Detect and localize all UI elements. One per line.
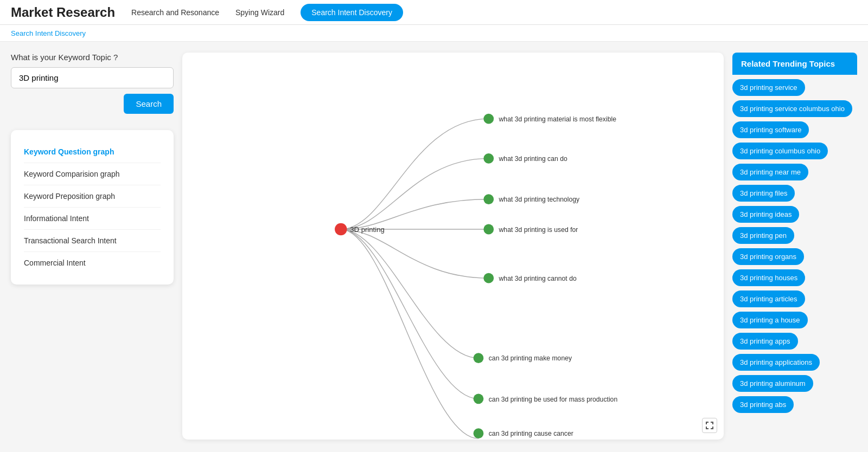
menu-keyword-preposition-graph[interactable]: Keyword Preposition graph	[24, 185, 161, 208]
trending-tags: 3d printing service 3d printing service …	[732, 79, 857, 413]
trending-tag-8[interactable]: 3d printing organs	[732, 248, 804, 265]
graph-svg: 3D printing what 3d printing material is…	[182, 53, 724, 440]
node-label-5: what 3d printing cannot do	[499, 275, 577, 282]
trending-header: Related Trending Topics	[732, 53, 857, 75]
node-dot-3	[483, 194, 494, 204]
trending-tag-7[interactable]: 3d printing pen	[732, 227, 794, 244]
node-label-8: can 3d printing cause cancer	[489, 430, 573, 437]
trending-tag-1[interactable]: 3d printing service columbus ohio	[732, 100, 852, 117]
node-label-3: what 3d printing technology	[499, 196, 580, 203]
nav-bar: Research and Resonance Spying Wizard Sea…	[131, 4, 403, 21]
trending-tag-11[interactable]: 3d printing a house	[732, 312, 808, 328]
trending-tag-3[interactable]: 3d printing columbus ohio	[732, 143, 828, 159]
menu-card: Keyword Question graph Keyword Comparisi…	[11, 130, 174, 285]
menu-informational-intent[interactable]: Informational Intent	[24, 208, 161, 230]
menu-keyword-comparison-graph[interactable]: Keyword Comparision graph	[24, 163, 161, 185]
keyword-label: What is your Keyword Topic ?	[11, 53, 174, 62]
trending-tag-5[interactable]: 3d printing files	[732, 185, 795, 202]
breadcrumb-text: Search Intent Discovery	[11, 29, 86, 37]
trending-tag-15[interactable]: 3d printing abs	[732, 396, 794, 413]
trending-tag-12[interactable]: 3d printing apps	[732, 333, 798, 350]
node-dot-5	[483, 273, 494, 283]
node-dot-1	[483, 114, 494, 124]
trending-tag-13[interactable]: 3d printing applications	[732, 354, 820, 371]
node-dot-6	[474, 353, 484, 363]
node-label-4: what 3d printing is used for	[499, 226, 578, 234]
node-label-2: what 3d printing can do	[499, 155, 567, 163]
trending-tag-4[interactable]: 3d printing near me	[732, 164, 808, 180]
node-dot-2	[483, 153, 494, 164]
header: Market Research Research and Resonance S…	[0, 0, 868, 25]
nav-spying-wizard[interactable]: Spying Wizard	[235, 8, 284, 17]
menu-transactional-search-intent[interactable]: Transactional Search Intent	[24, 230, 161, 252]
keyword-input[interactable]	[11, 67, 174, 88]
trending-tag-2[interactable]: 3d printing software	[732, 121, 809, 138]
menu-commercial-intent[interactable]: Commercial Intent	[24, 252, 161, 274]
trending-tag-10[interactable]: 3d printing articles	[732, 290, 805, 307]
breadcrumb: Search Intent Discovery	[0, 25, 868, 42]
main-content: What is your Keyword Topic ? Search Keyw…	[0, 42, 868, 450]
node-dot-8	[474, 428, 484, 438]
graph-panel: 3D printing what 3d printing material is…	[182, 53, 724, 440]
trending-tag-6[interactable]: 3d printing ideas	[732, 206, 799, 223]
menu-keyword-question-graph[interactable]: Keyword Question graph	[24, 141, 161, 163]
left-panel: What is your Keyword Topic ? Search Keyw…	[11, 53, 174, 440]
trending-tag-9[interactable]: 3d printing houses	[732, 269, 805, 286]
center-node-label: 3D printing	[350, 225, 385, 234]
nav-search-intent-discovery[interactable]: Search Intent Discovery	[301, 4, 403, 21]
center-node-dot	[335, 223, 347, 236]
search-button[interactable]: Search	[124, 94, 174, 114]
right-panel: Related Trending Topics 3d printing serv…	[732, 53, 857, 440]
trending-tag-14[interactable]: 3d printing aluminum	[732, 375, 813, 392]
app-title: Market Research	[11, 5, 115, 20]
node-label-6: can 3d printing make money	[489, 354, 572, 362]
trending-tag-0[interactable]: 3d printing service	[732, 79, 805, 96]
node-dot-4	[483, 224, 494, 235]
nav-research-resonance[interactable]: Research and Resonance	[131, 8, 219, 17]
node-label-7: can 3d printing be used for mass product…	[489, 396, 617, 403]
node-label-1: what 3d printing material is most flexib…	[499, 115, 617, 123]
node-dot-7	[474, 393, 484, 404]
expand-button[interactable]	[702, 418, 717, 433]
expand-icon	[705, 421, 714, 430]
